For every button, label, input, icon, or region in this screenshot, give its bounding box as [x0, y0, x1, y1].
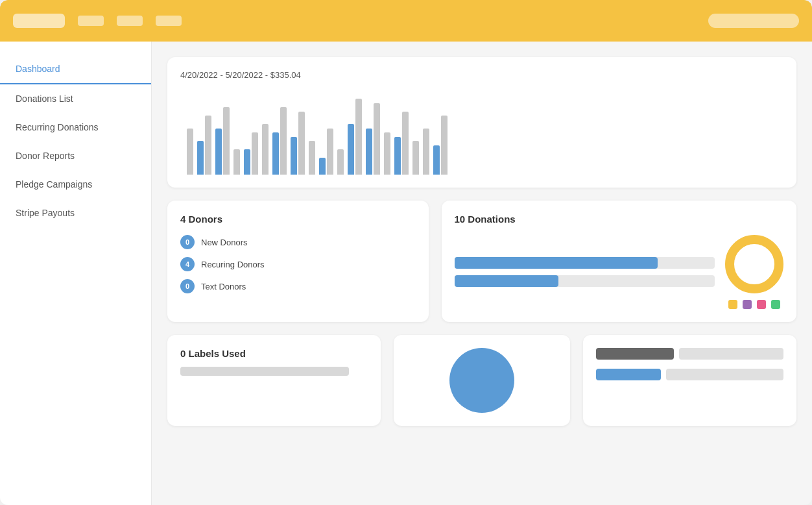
recurring-donors-item: 4 Recuring Donors — [180, 257, 416, 271]
bar-group — [187, 129, 193, 175]
middle-row: 4 Donors 0 New Donors 4 Recuring Donors … — [167, 201, 796, 322]
topbar-left — [13, 14, 182, 28]
label-bar — [180, 367, 349, 376]
bar-group — [412, 141, 419, 175]
bar-group — [197, 116, 211, 175]
topbar-link-2[interactable] — [117, 16, 143, 26]
donors-card: 4 Donors 0 New Donors 4 Recuring Donors … — [167, 201, 429, 322]
hbar-fill-1 — [455, 257, 658, 269]
hbar-bg-2 — [455, 275, 715, 287]
bar-grey — [374, 103, 380, 175]
topbar-logo — [13, 14, 65, 28]
hbar-1 — [455, 257, 715, 269]
sidebar-item-recurring-donations[interactable]: Recurring Donations — [0, 113, 151, 142]
donut-wrap — [725, 235, 783, 309]
stat-row-2 — [596, 369, 783, 380]
bar-group — [319, 129, 333, 175]
bar-grey — [441, 116, 448, 175]
labels-title: 0 Labels Used — [180, 348, 368, 359]
bar-group — [423, 129, 429, 175]
bar-group — [244, 132, 258, 175]
bar-group — [272, 107, 287, 175]
main-layout: Dashboard Donations List Recurring Donat… — [0, 42, 812, 505]
bar-grey — [233, 149, 240, 175]
bar-chart — [180, 90, 783, 175]
new-donors-item: 0 New Donors — [180, 235, 416, 249]
bar-group — [233, 149, 240, 175]
bar-grey — [187, 129, 193, 175]
bar-blue — [394, 137, 401, 175]
text-donors-item: 0 Text Donors — [180, 279, 416, 293]
chart-title: 4/20/2022 - 5/20/2022 - $335.04 — [180, 70, 783, 80]
bar-grey — [205, 116, 211, 175]
donations-card: 10 Donations — [442, 201, 797, 322]
bar-blue — [433, 145, 440, 175]
bottom-row: 0 Labels Used — [167, 335, 796, 426]
donations-bars — [455, 257, 715, 287]
bar-blue — [319, 158, 326, 175]
bar-grey — [384, 132, 390, 175]
sidebar-item-stripe-payouts[interactable]: Stripe Payouts — [0, 199, 151, 227]
recurring-donors-badge: 4 — [180, 257, 195, 271]
donations-title: 10 Donations — [455, 214, 784, 225]
bar-grey — [262, 124, 269, 175]
bar-grey — [298, 112, 305, 175]
bar-grey — [423, 129, 429, 175]
bar-group — [366, 103, 380, 175]
new-donors-label: New Donors — [201, 238, 248, 247]
bar-group — [394, 112, 409, 175]
main-content: 4/20/2022 - 5/20/2022 - $335.04 4 Donors… — [152, 42, 812, 505]
bar-grey — [223, 107, 230, 175]
hbar-2 — [455, 275, 715, 287]
chart-card: 4/20/2022 - 5/20/2022 - $335.04 — [167, 57, 796, 188]
stat-bar-light — [679, 348, 783, 360]
bar-group — [309, 141, 315, 175]
hbar-bg-1 — [455, 257, 715, 269]
labels-card: 0 Labels Used — [167, 335, 381, 426]
legend-dot-1 — [728, 300, 737, 309]
bar-blue — [244, 149, 250, 175]
stat-bar-blue — [596, 369, 661, 380]
topbar — [0, 0, 812, 42]
sidebar-item-dashboard[interactable]: Dashboard — [0, 55, 151, 84]
bar-blue — [197, 141, 204, 175]
bar-grey — [309, 141, 315, 175]
bar-group — [337, 149, 344, 175]
stats-card — [583, 335, 796, 426]
bar-blue — [272, 132, 279, 175]
legend-dot-2 — [743, 300, 752, 309]
legend-dot-4 — [771, 300, 780, 309]
bar-blue — [366, 129, 372, 175]
text-donors-label: Text Donors — [201, 282, 246, 291]
donut-legend — [728, 300, 780, 309]
pie-circle — [449, 348, 514, 413]
bar-grey — [402, 112, 409, 175]
bar-group — [433, 116, 448, 175]
bar-grey — [327, 129, 333, 175]
bar-group — [291, 112, 305, 175]
bar-blue — [291, 137, 297, 175]
topbar-link-3[interactable] — [156, 16, 182, 26]
stat-row-1 — [596, 348, 783, 360]
bar-group — [348, 99, 362, 175]
bar-blue — [348, 124, 354, 175]
text-donors-badge: 0 — [180, 279, 195, 293]
sidebar-item-donor-reports[interactable]: Donor Reports — [0, 142, 151, 170]
bar-grey — [280, 107, 287, 175]
bar-grey — [337, 149, 344, 175]
sidebar-item-pledge-campaigns[interactable]: Pledge Campaigns — [0, 170, 151, 199]
new-donors-badge: 0 — [180, 235, 195, 249]
sidebar-item-donations-list[interactable]: Donations List — [0, 84, 151, 113]
bar-grey — [412, 141, 419, 175]
topbar-cta[interactable] — [708, 14, 799, 28]
bar-group — [215, 107, 230, 175]
bar-group — [262, 124, 269, 175]
bar-grey — [355, 99, 362, 175]
bar-grey — [252, 132, 258, 175]
stat-bar-dark — [596, 348, 674, 360]
pie-card — [394, 335, 569, 426]
hbar-fill-2 — [455, 275, 559, 287]
donut-chart — [725, 235, 783, 293]
topbar-link-1[interactable] — [78, 16, 104, 26]
bar-blue — [215, 129, 222, 175]
